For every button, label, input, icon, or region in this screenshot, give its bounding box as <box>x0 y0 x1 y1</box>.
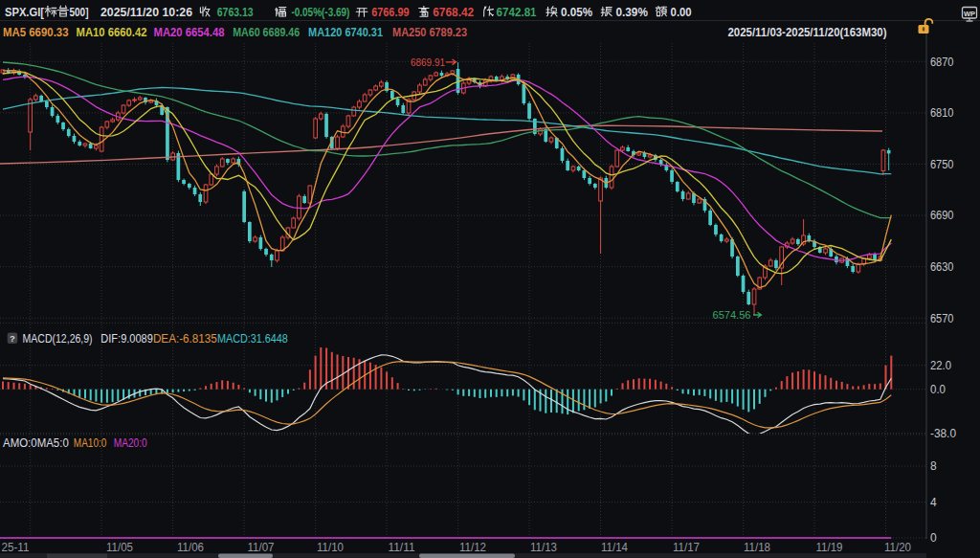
svg-text:0.0: 0.0 <box>930 383 946 396</box>
svg-text:11/19: 11/19 <box>816 541 843 554</box>
svg-text:2025/11/03-2025/11/20(163M30): 2025/11/03-2025/11/20(163M30) <box>728 26 887 39</box>
svg-text:6690: 6690 <box>930 209 954 222</box>
svg-text:MA60 6689.46: MA60 6689.46 <box>233 26 300 39</box>
svg-text:MA20 6654.48: MA20 6654.48 <box>154 26 225 39</box>
svg-text:6742.81: 6742.81 <box>497 5 537 19</box>
svg-text:6870: 6870 <box>930 56 954 69</box>
svg-text:DIF:9.0089: DIF:9.0089 <box>100 332 153 346</box>
svg-text:11/07: 11/07 <box>248 541 275 554</box>
svg-text:11/14: 11/14 <box>601 541 628 554</box>
svg-text:MA10 6660.42: MA10 6660.42 <box>77 26 147 39</box>
svg-text:-0.05%(-3.69): -0.05%(-3.69) <box>291 5 349 19</box>
svg-text:MA20:0: MA20:0 <box>114 436 147 450</box>
svg-text:6763.13: 6763.13 <box>217 5 254 19</box>
svg-text:0: 0 <box>930 531 937 545</box>
svg-text:MACD(12,26,9): MACD(12,26,9) <box>23 332 93 346</box>
svg-text:SPX.GI[: SPX.GI[ <box>5 5 45 19</box>
svg-text:MA10:0: MA10:0 <box>74 436 107 450</box>
svg-text:-38.0: -38.0 <box>930 427 956 440</box>
svg-text:11/12: 11/12 <box>459 541 486 554</box>
svg-text:8: 8 <box>930 459 937 473</box>
svg-text:MA120 6740.31: MA120 6740.31 <box>308 26 383 39</box>
svg-text:6766.99: 6766.99 <box>371 5 409 19</box>
svg-text:6574.56: 6574.56 <box>713 309 751 321</box>
svg-text:6570: 6570 <box>930 312 954 325</box>
svg-text:DEA:-6.8135: DEA:-6.8135 <box>153 332 217 346</box>
svg-text:11/20: 11/20 <box>884 541 911 554</box>
svg-text:WP: WP <box>964 10 975 18</box>
svg-text:AMO:0MA5:0: AMO:0MA5:0 <box>3 436 69 450</box>
svg-text:500]: 500] <box>70 5 89 19</box>
svg-text:11/05: 11/05 <box>106 541 133 554</box>
svg-text:MA5 6690.33: MA5 6690.33 <box>3 26 69 39</box>
svg-text:6869.91: 6869.91 <box>411 56 445 68</box>
svg-text:11/17: 11/17 <box>673 541 700 554</box>
svg-text:22.0: 22.0 <box>930 359 951 372</box>
svg-text:25-11: 25-11 <box>2 541 30 554</box>
svg-text:11/10: 11/10 <box>317 541 344 554</box>
svg-text:0.39%: 0.39% <box>616 5 648 19</box>
svg-text:4: 4 <box>930 496 937 509</box>
svg-text:MACD:31.6448: MACD:31.6448 <box>217 332 288 346</box>
svg-text:2025/11/20 10:26: 2025/11/20 10:26 <box>100 5 192 19</box>
svg-text:6630: 6630 <box>930 260 954 274</box>
svg-text:11/13: 11/13 <box>530 541 557 554</box>
svg-text:0.05%: 0.05% <box>561 5 592 19</box>
svg-text:6750: 6750 <box>930 158 954 171</box>
svg-text:11/06: 11/06 <box>177 541 204 554</box>
svg-text:11/18: 11/18 <box>744 541 770 554</box>
svg-text:11/11: 11/11 <box>389 541 415 554</box>
svg-text:0.00: 0.00 <box>671 5 692 19</box>
svg-text:?: ? <box>10 333 15 344</box>
svg-text:MA250 6789.23: MA250 6789.23 <box>392 26 467 39</box>
svg-text:6810: 6810 <box>930 106 954 120</box>
svg-text:6768.42: 6768.42 <box>433 5 474 19</box>
